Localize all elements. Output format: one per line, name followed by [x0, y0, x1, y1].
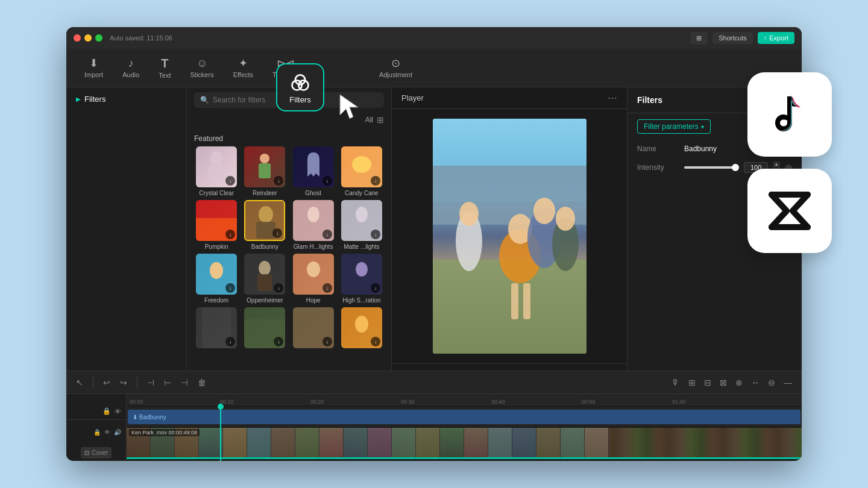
filter-item-high-saturation[interactable]: ↓ High S...ration: [339, 254, 384, 304]
filter-name-crystal-clear: Crystal Clear: [199, 190, 234, 196]
tl-zoom[interactable]: —: [781, 375, 794, 390]
svg-point-8: [352, 156, 371, 173]
filter-item-crystal-clear[interactable]: ↓ Crystal Clear: [194, 146, 239, 196]
traffic-light-fullscreen[interactable]: [95, 34, 102, 42]
filter-params-button[interactable]: Filter parameters ▾: [637, 119, 711, 134]
svg-rect-2: [208, 166, 225, 184]
intensity-slider-thumb[interactable]: [732, 164, 739, 171]
download-icon-candy: ↓: [371, 176, 380, 186]
import-icon: ⬇: [89, 58, 98, 69]
filters-icon-container[interactable]: Filters: [276, 63, 324, 111]
toolbar-item-text[interactable]: T Text: [150, 52, 179, 84]
filter-grid: ↓ Crystal Clear ↓ Reindeer: [187, 146, 391, 358]
export-button[interactable]: ↑ Export: [758, 32, 794, 44]
svg-point-41: [459, 202, 479, 226]
filter-item-row4-2[interactable]: ↓: [242, 307, 287, 351]
delete-tool[interactable]: 🗑: [195, 375, 209, 390]
cover-icon: ⊡: [84, 449, 89, 456]
app-window: Auto saved: 11:15:06 ⊞ Shortcuts ↑ Expor…: [66, 27, 802, 461]
filters-scroll[interactable]: Featured ↓ Crystal Clear: [187, 130, 391, 371]
eye-icon-2: 👁: [104, 429, 110, 436]
intensity-slider-fill: [684, 166, 739, 169]
ruler-mark-50: 00:50: [582, 399, 596, 405]
filter-thumb-reindeer: ↓: [244, 146, 285, 187]
tl-extra-3[interactable]: ⊠: [717, 375, 729, 390]
filter-item-pumpkin[interactable]: ↓ Pumpkin: [194, 200, 239, 250]
filter-item-badbunny[interactable]: ↓ Badbunny: [242, 200, 287, 250]
filter-item-freedom[interactable]: ↓ Freedom: [194, 254, 239, 304]
filter-item-reindeer[interactable]: ↓ Reindeer: [242, 146, 287, 196]
download-icon-hope: ↓: [322, 283, 332, 293]
svg-rect-5: [259, 163, 271, 178]
name-prop-value: Badbunny: [684, 145, 717, 153]
tl-extra-2[interactable]: ⊟: [702, 375, 714, 390]
text-label: Text: [159, 72, 171, 79]
download-icon-ghost: ↓: [322, 176, 332, 186]
player-menu-icon[interactable]: ⋯: [608, 92, 617, 104]
svg-rect-42: [511, 283, 518, 319]
toolbar-item-effects[interactable]: ✦ Effects: [225, 53, 262, 83]
svg-point-33: [355, 316, 368, 333]
filter-name-freedom: Freedom: [204, 297, 228, 304]
select-tool[interactable]: ↖: [74, 375, 86, 390]
filter-name-matte: Matte ...lights: [344, 243, 379, 250]
cover-label: Cover: [92, 449, 108, 456]
stickers-icon: ☺: [197, 58, 207, 69]
svg-point-19: [210, 262, 223, 279]
filter-options-icon[interactable]: ⊞: [377, 115, 384, 125]
text-icon: T: [161, 57, 168, 69]
timeline-left: 🔒 👁 🔒 👁 🔊 ⊡ Cover: [66, 394, 127, 461]
tl-sep-2: [137, 377, 137, 389]
svg-point-24: [307, 261, 320, 277]
filter-name-hope: Hope: [306, 297, 321, 304]
filter-item-oppenheimer[interactable]: ↓ Oppenheimer: [242, 254, 287, 304]
import-label: Import: [84, 71, 103, 78]
download-icon-pumpkin: ↓: [225, 230, 235, 239]
traffic-light-minimize[interactable]: [84, 34, 92, 42]
filter-item-glam[interactable]: ↓ Glam H...lights: [291, 200, 336, 250]
filter-item-row4-1[interactable]: ↓: [194, 307, 239, 351]
filters-tooltip-floating: Filters: [276, 63, 324, 111]
audio-label: Audio: [122, 71, 139, 78]
filter-item-ghost[interactable]: ↓ Ghost: [291, 146, 336, 196]
left-sidebar: ▶ Filters: [66, 87, 187, 371]
toolbar-item-import[interactable]: ⬇ Import: [76, 53, 112, 83]
split-left-tool[interactable]: ⊣: [145, 375, 157, 390]
tl-extra-1[interactable]: ⊞: [686, 375, 698, 390]
filter-item-row4-3[interactable]: ↓: [291, 307, 336, 351]
intensity-up-button[interactable]: ▲: [773, 161, 780, 167]
traffic-light-close[interactable]: [74, 34, 81, 42]
ruler-mark-100: 01:00: [672, 399, 686, 405]
search-icon: 🔍: [200, 96, 209, 104]
grid-view-button[interactable]: ⊞: [690, 32, 708, 45]
toolbar-item-audio[interactable]: ♪ Audio: [114, 53, 148, 83]
filter-thumb-row4-3: ↓: [293, 307, 334, 348]
filter-block-badbunny[interactable]: ⬇ Badbunny: [128, 410, 800, 424]
mic-tool[interactable]: 🎙: [669, 375, 682, 390]
trim-tool[interactable]: ⊣: [178, 375, 190, 390]
download-icon-high-saturation: ↓: [371, 283, 380, 293]
tl-extra-4[interactable]: ⊕: [733, 375, 745, 390]
volume-icon: 🔊: [114, 429, 121, 436]
undo-tool[interactable]: ↩: [101, 375, 113, 390]
filter-item-matte[interactable]: ↓ Matte ...lights: [339, 200, 384, 250]
filter-thumb-freedom: ↓: [196, 254, 237, 295]
filter-item-hope[interactable]: ↓ Hope: [291, 254, 336, 304]
cursor-arrow: [338, 92, 362, 124]
svg-point-39: [556, 207, 575, 231]
intensity-prop-label: Intensity: [637, 163, 679, 172]
svg-rect-43: [523, 283, 530, 319]
redo-tool[interactable]: ↪: [118, 375, 130, 390]
tl-extra-6[interactable]: ⊖: [766, 375, 778, 390]
toolbar-item-stickers[interactable]: ☺ Stickers: [182, 53, 222, 83]
split-right-tool[interactable]: ⊢: [162, 375, 174, 390]
video-frame: [433, 119, 587, 354]
toolbar-item-adjustment[interactable]: ⊙ Adjustment: [371, 53, 421, 83]
tl-extra-5[interactable]: ↔: [749, 375, 762, 390]
shortcuts-button[interactable]: Shortcuts: [712, 32, 752, 44]
filter-name-pumpkin: Pumpkin: [205, 243, 228, 250]
intensity-slider-track[interactable]: [684, 166, 739, 169]
playhead[interactable]: [220, 407, 221, 461]
filter-item-candy-cane[interactable]: ↓ Candy Cane: [339, 146, 384, 196]
filter-item-row4-4[interactable]: ↓: [339, 307, 384, 351]
